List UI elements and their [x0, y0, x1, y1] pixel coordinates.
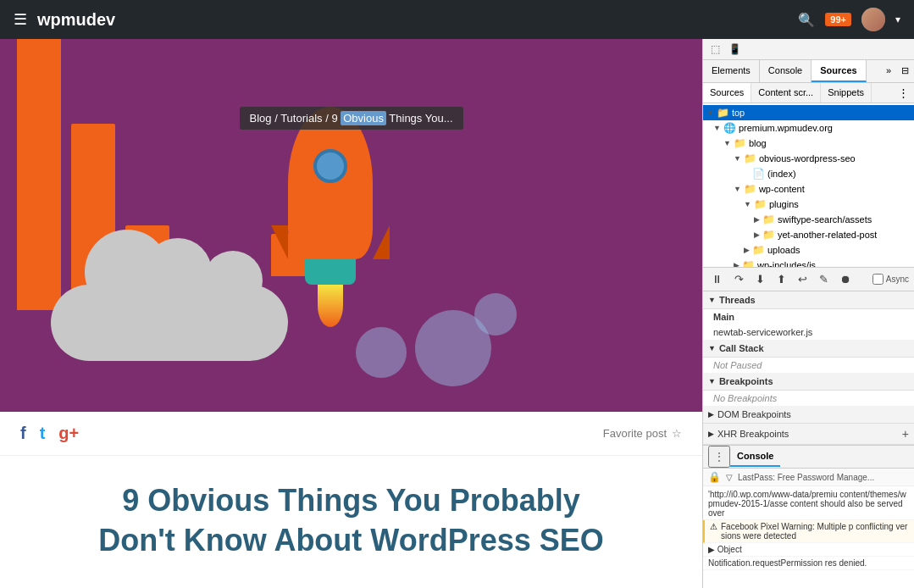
lastpass-icon: 🔒 [708, 471, 721, 483]
article-title: 9 Obvious Things You Probably Don't Know… [0, 456, 702, 569]
callstack-section-header[interactable]: ▼ Call Stack [703, 340, 914, 358]
tree-folder-icon-uploads: 📁 [752, 244, 765, 256]
breadcrumb-tutorials[interactable]: Tutorials [280, 112, 322, 125]
tree-label-blog: blog [749, 138, 767, 148]
pause-button[interactable]: ⏸ [708, 271, 726, 287]
notification-badge[interactable]: 99+ [825, 13, 851, 26]
googleplus-icon[interactable]: g+ [58, 424, 79, 443]
tab-elements[interactable]: Elements [703, 60, 760, 82]
hamburger-menu-icon[interactable]: ☰ [14, 10, 27, 29]
step-into-button[interactable]: ⬇ [752, 271, 768, 287]
xhr-breakpoints-header[interactable]: ▶ XHR Breakpoints + [703, 424, 914, 445]
rocket-window [313, 149, 347, 183]
console-msg-4: Notification.requestPermission res denie… [703, 557, 914, 570]
thread-main[interactable]: Main [703, 309, 914, 325]
bubble-1 [356, 327, 407, 378]
tree-label-uploads: uploads [767, 245, 800, 255]
tree-folder-icon-plugins: 📁 [754, 198, 767, 210]
devtools-panel: ⬚ 📱 Elements Console Sources » ⊟ Sources… [702, 39, 914, 588]
rocket-fin-left [271, 225, 288, 259]
tree-arrow-wpcontent: ▼ [734, 185, 741, 193]
tree-globe-icon: 🌐 [723, 122, 736, 134]
pause-exceptions-button[interactable]: ⏺ [837, 271, 855, 287]
rocket [288, 107, 373, 327]
tree-item-yarp[interactable]: ▶ 📁 yet-another-related-post [703, 227, 914, 242]
not-paused-text: Not Paused [703, 358, 914, 373]
bar-4 [17, 39, 61, 276]
tree-item-obvious[interactable]: ▼ 📁 obvious-wordpress-seo [703, 151, 914, 166]
tree-item-index[interactable]: ▶ 📄 (index) [703, 166, 914, 181]
thread-serviceworker[interactable]: newtab-serviceworker.js [703, 325, 914, 340]
tree-folder-icon-wpcontent: 📁 [744, 183, 756, 195]
console-tab[interactable]: Console [730, 447, 780, 467]
tab-console[interactable]: Console [760, 60, 812, 82]
sources-subtab-bar: Sources Content scr... Snippets ⋮ [703, 83, 914, 103]
search-icon[interactable]: 🔍 [798, 12, 815, 28]
console-msg-3: ▶ Object [703, 543, 914, 557]
tree-item-plugins[interactable]: ▼ 📁 plugins [703, 197, 914, 212]
title-line1: 9 Obvious Things You Probably [122, 483, 580, 518]
dock-icon[interactable]: ⊟ [896, 60, 914, 82]
tree-arrow-wpincludesjs: ▶ [734, 261, 740, 267]
filter-icon: ▽ [726, 473, 733, 482]
tree-arrow-blog: ▼ [723, 139, 731, 147]
add-xhr-breakpoint-button[interactable]: + [902, 427, 909, 441]
facebook-icon[interactable]: f [20, 424, 26, 443]
rocket-nozzle [305, 259, 356, 285]
more-tabs-icon[interactable]: » [881, 60, 896, 82]
close-console-icon[interactable]: ⋮ [708, 446, 730, 468]
title-line2: Don't Know About WordPress SEO [98, 523, 604, 557]
tree-label-wpincludesjs: wp-includes/js [757, 260, 816, 267]
breadcrumb-blog[interactable]: Blog [250, 112, 272, 125]
subtab-snippets[interactable]: Snippets [821, 83, 872, 103]
console-msg-4-text: Notification.requestPermission res denie… [708, 558, 867, 568]
favorite-post[interactable]: Favorite post ☆ [603, 427, 682, 440]
subtab-more-icon[interactable]: ⋮ [893, 83, 914, 103]
threads-section-header[interactable]: ▼ Threads [703, 291, 914, 309]
tab-sources[interactable]: Sources [812, 60, 866, 82]
top-navigation: ☰ wpmudev 🔍 99+ ▾ [0, 0, 914, 39]
rocket-body [288, 107, 373, 259]
nav-arrow-icon[interactable]: ▾ [895, 14, 900, 25]
subtab-sources[interactable]: Sources [703, 83, 751, 103]
tree-label-plugins: plugins [769, 199, 799, 209]
step-button[interactable]: ↩ [795, 271, 811, 287]
device-toolbar-icon[interactable]: 📱 [724, 41, 745, 58]
tree-label-obvious: obvious-wordpress-seo [759, 153, 856, 164]
tree-folder-icon-yarp: 📁 [762, 229, 775, 241]
dom-breakpoints-header[interactable]: ▶ DOM Breakpoints [703, 406, 914, 424]
social-icons: f t g+ [20, 424, 79, 443]
inspect-element-icon[interactable]: ⬚ [706, 41, 724, 58]
hero-image: Blog / Tutorials / 9 Obvious Things You.… [0, 39, 702, 412]
console-msg-3-text: ▶ Object [708, 545, 742, 554]
nav-icons: 🔍 99+ ▾ [798, 8, 900, 31]
tree-arrow-uploads: ▶ [744, 246, 750, 254]
console-bottom: ⋮ Console 🔒 ▽ LastPass: Free Password Ma… [703, 445, 914, 588]
tree-label-wpcontent: wp-content [759, 184, 805, 194]
tree-item-wpincludesjs[interactable]: ▶ 📁 wp-includes/js [703, 258, 914, 267]
tree-folder-icon-wpincludesjs: 📁 [742, 259, 755, 267]
step-over-button[interactable]: ↷ [731, 271, 747, 287]
async-checkbox[interactable] [872, 274, 884, 285]
tree-item-domain[interactable]: ▼ 🌐 premium.wpmudev.org [703, 120, 914, 136]
bar-4-container [17, 39, 61, 276]
tree-label-domain: premium.wpmudev.org [739, 123, 833, 133]
tree-item-blog[interactable]: ▼ 📁 blog [703, 136, 914, 151]
step-out-button[interactable]: ⬆ [773, 271, 789, 287]
breakpoints-section-header[interactable]: ▼ Breakpoints [703, 373, 914, 391]
twitter-icon[interactable]: t [40, 424, 46, 443]
tree-arrow-swiftype: ▶ [754, 215, 760, 224]
deactivate-breakpoints-button[interactable]: ✎ [816, 271, 832, 287]
lastpass-label: LastPass: Free Password Manage... [738, 473, 874, 482]
subtab-content-scripts[interactable]: Content scr... [751, 83, 821, 103]
tree-item-top[interactable]: ▼ 📁 top [703, 105, 914, 120]
tree-item-swiftype[interactable]: ▶ 📁 swiftype-search/assets [703, 212, 914, 227]
tree-arrow-plugins: ▼ [744, 200, 751, 208]
breadcrumb-highlighted: Obvious [341, 111, 386, 125]
tree-item-wpcontent[interactable]: ▼ 📁 wp-content [703, 181, 914, 197]
async-label: Async [872, 274, 909, 285]
avatar[interactable] [861, 8, 885, 31]
file-tree: ▼ 📁 top ▼ 🌐 premium.wpmudev.org ▼ 📁 blog… [703, 103, 914, 267]
breakpoints-arrow-icon: ▼ [708, 377, 716, 386]
tree-item-uploads[interactable]: ▶ 📁 uploads [703, 242, 914, 258]
